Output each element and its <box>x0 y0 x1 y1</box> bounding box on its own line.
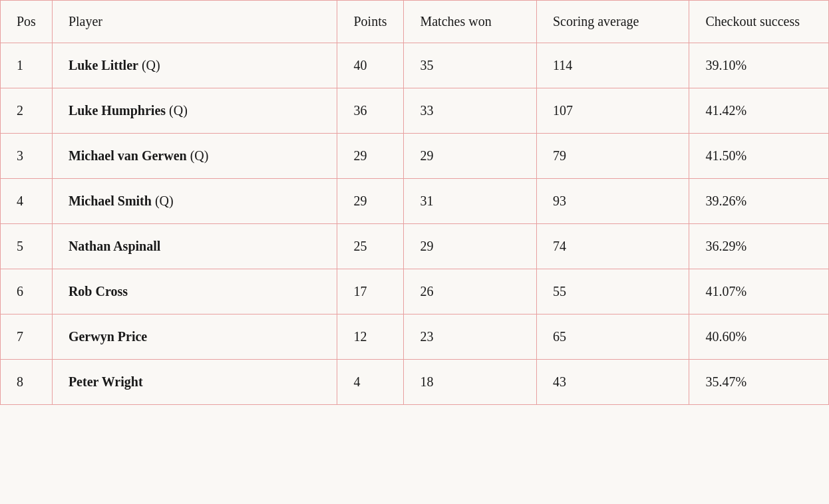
cell-matches-won: 29 <box>404 224 537 269</box>
cell-scoring-average: 79 <box>537 134 689 179</box>
player-name: Rob Cross <box>69 284 128 299</box>
cell-scoring-average: 74 <box>537 224 689 269</box>
cell-checkout-success: 35.47% <box>689 360 829 405</box>
cell-player: Nathan Aspinall <box>52 224 337 269</box>
header-scoring-average: Scoring average <box>537 1 689 43</box>
cell-points: 40 <box>337 43 404 88</box>
player-name: Peter Wright <box>69 374 143 389</box>
cell-pos: 2 <box>1 88 53 134</box>
header-checkout-success: Checkout success <box>689 1 829 43</box>
cell-player: Luke Humphries (Q) <box>52 88 337 134</box>
cell-pos: 6 <box>1 269 53 315</box>
cell-checkout-success: 39.10% <box>689 43 829 88</box>
table-row: 3Michael van Gerwen (Q)29297941.50% <box>1 134 829 179</box>
cell-scoring-average: 114 <box>537 43 689 88</box>
cell-player: Rob Cross <box>52 269 337 315</box>
player-name: Michael van Gerwen <box>69 148 187 163</box>
player-name: Luke Littler <box>69 58 138 72</box>
cell-points: 25 <box>337 224 404 269</box>
table-header-row: Pos Player Points Matches won Scoring av… <box>1 1 829 43</box>
table-row: 1Luke Littler (Q)403511439.10% <box>1 43 829 88</box>
player-qualifier: (Q) <box>166 103 188 118</box>
cell-points: 29 <box>337 134 404 179</box>
cell-matches-won: 26 <box>404 269 537 315</box>
cell-checkout-success: 41.50% <box>689 134 829 179</box>
cell-player: Gerwyn Price <box>52 315 337 360</box>
cell-checkout-success: 39.26% <box>689 179 829 224</box>
player-qualifier: (Q) <box>187 148 209 163</box>
player-name: Michael Smith <box>69 193 152 208</box>
cell-matches-won: 29 <box>404 134 537 179</box>
cell-matches-won: 31 <box>404 179 537 224</box>
player-name: Luke Humphries <box>69 103 166 118</box>
cell-pos: 1 <box>1 43 53 88</box>
table-row: 2Luke Humphries (Q)363310741.42% <box>1 88 829 134</box>
cell-matches-won: 23 <box>404 315 537 360</box>
header-points: Points <box>337 1 404 43</box>
cell-player: Michael van Gerwen (Q) <box>52 134 337 179</box>
table-row: 5Nathan Aspinall25297436.29% <box>1 224 829 269</box>
cell-checkout-success: 41.07% <box>689 269 829 315</box>
cell-player: Michael Smith (Q) <box>52 179 337 224</box>
cell-points: 17 <box>337 269 404 315</box>
cell-scoring-average: 43 <box>537 360 689 405</box>
cell-pos: 7 <box>1 315 53 360</box>
cell-matches-won: 18 <box>404 360 537 405</box>
cell-scoring-average: 93 <box>537 179 689 224</box>
cell-player: Luke Littler (Q) <box>52 43 337 88</box>
player-name: Gerwyn Price <box>69 329 147 344</box>
cell-checkout-success: 36.29% <box>689 224 829 269</box>
stats-table: Pos Player Points Matches won Scoring av… <box>0 0 829 405</box>
cell-points: 12 <box>337 315 404 360</box>
cell-matches-won: 33 <box>404 88 537 134</box>
cell-points: 4 <box>337 360 404 405</box>
table-row: 8Peter Wright4184335.47% <box>1 360 829 405</box>
cell-scoring-average: 107 <box>537 88 689 134</box>
cell-matches-won: 35 <box>404 43 537 88</box>
cell-checkout-success: 40.60% <box>689 315 829 360</box>
player-qualifier: (Q) <box>138 58 160 72</box>
cell-pos: 5 <box>1 224 53 269</box>
table-row: 4Michael Smith (Q)29319339.26% <box>1 179 829 224</box>
stats-table-container: Pos Player Points Matches won Scoring av… <box>0 0 829 405</box>
header-matches-won: Matches won <box>404 1 537 43</box>
table-row: 6Rob Cross17265541.07% <box>1 269 829 315</box>
cell-pos: 3 <box>1 134 53 179</box>
header-pos: Pos <box>1 1 53 43</box>
cell-points: 36 <box>337 88 404 134</box>
cell-points: 29 <box>337 179 404 224</box>
player-qualifier: (Q) <box>152 193 174 208</box>
cell-pos: 8 <box>1 360 53 405</box>
table-body: 1Luke Littler (Q)403511439.10%2Luke Hump… <box>1 43 829 405</box>
cell-pos: 4 <box>1 179 53 224</box>
cell-player: Peter Wright <box>52 360 337 405</box>
cell-scoring-average: 55 <box>537 269 689 315</box>
table-row: 7Gerwyn Price12236540.60% <box>1 315 829 360</box>
player-name: Nathan Aspinall <box>69 239 160 253</box>
header-player: Player <box>52 1 337 43</box>
cell-scoring-average: 65 <box>537 315 689 360</box>
cell-checkout-success: 41.42% <box>689 88 829 134</box>
